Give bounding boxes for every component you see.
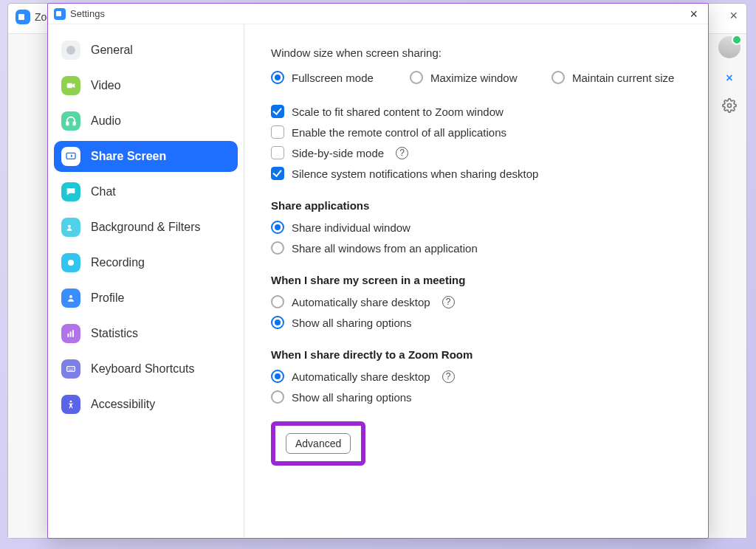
background-icon — [61, 218, 80, 237]
radio-meeting-show-options[interactable]: Show all sharing options — [271, 316, 681, 329]
radio-icon — [271, 221, 284, 234]
sidebar-item-background-filters[interactable]: Background & Filters — [54, 212, 238, 243]
window-size-radio-group: Fullscreen mode Maximize window Maintain… — [271, 71, 681, 92]
help-icon[interactable]: ? — [442, 370, 455, 383]
checkbox-remote-control[interactable]: Enable the remote control of all applica… — [271, 125, 681, 139]
window-size-label: Window size when screen sharing: — [271, 46, 681, 59]
svg-point-1 — [66, 46, 75, 55]
sidebar-item-audio[interactable]: Audio — [54, 106, 238, 137]
radio-label: Maximize window — [430, 72, 518, 84]
share-in-meeting-title: When I share my screen in a meeting — [271, 274, 681, 286]
sidebar-item-label: Recording — [91, 256, 145, 269]
settings-close-button[interactable]: × — [685, 7, 702, 21]
sidebar-item-chat[interactable]: Chat — [54, 176, 238, 207]
checkbox-icon — [271, 167, 284, 180]
radio-icon — [271, 370, 284, 383]
sidebar-item-statistics[interactable]: Statistics — [54, 318, 238, 349]
keyboard-icon — [61, 359, 80, 379]
share-applications-title: Share applications — [271, 199, 681, 212]
rail-close-icon[interactable]: × — [726, 72, 732, 85]
svg-point-13 — [69, 368, 69, 369]
help-icon[interactable]: ? — [396, 147, 408, 159]
share-screen-icon — [61, 147, 80, 166]
radio-icon — [271, 241, 284, 255]
svg-point-0 — [728, 104, 732, 108]
accessibility-icon — [61, 395, 80, 414]
radio-label: Maintain current size — [572, 72, 674, 84]
gear-icon — [61, 41, 80, 60]
video-icon — [61, 76, 80, 95]
radio-icon — [271, 71, 284, 84]
radio-maintain-current-size[interactable]: Maintain current size — [551, 71, 684, 84]
sidebar-item-accessibility[interactable]: Accessibility — [54, 389, 238, 420]
radio-maximize-window[interactable]: Maximize window — [410, 71, 551, 84]
checkbox-label: Enable the remote control of all applica… — [292, 126, 506, 139]
settings-content: Window size when screen sharing: Fullscr… — [244, 24, 708, 538]
radio-meeting-auto-share[interactable]: Automatically share desktop ? — [271, 295, 681, 308]
bg-close-button[interactable]: × — [729, 8, 738, 24]
checkbox-icon — [271, 105, 284, 118]
help-icon[interactable]: ? — [442, 296, 455, 308]
checkbox-label: Scale to fit shared content to Zoom wind… — [292, 106, 504, 118]
share-zoom-room-title: When I share directly to a Zoom Room — [271, 348, 681, 361]
avatar[interactable] — [718, 36, 740, 58]
settings-title: Settings — [70, 8, 105, 19]
settings-window: Settings × General Video Audio — [47, 3, 709, 539]
radio-label: Automatically share desktop — [292, 370, 430, 383]
checkbox-label: Side-by-side mode — [292, 147, 384, 159]
sidebar-item-keyboard-shortcuts[interactable]: Keyboard Shortcuts — [54, 353, 238, 384]
svg-rect-4 — [73, 122, 75, 125]
sidebar-item-label: Profile — [91, 291, 124, 305]
svg-point-7 — [68, 260, 74, 266]
sidebar-item-label: Audio — [91, 114, 121, 128]
radio-label: Share individual window — [292, 221, 410, 234]
radio-share-individual-window[interactable]: Share individual window — [271, 221, 681, 234]
sidebar-item-recording[interactable]: Recording — [54, 247, 238, 278]
svg-rect-3 — [66, 122, 69, 125]
checkbox-scale-to-fit[interactable]: Scale to fit shared content to Zoom wind… — [271, 105, 681, 118]
radio-label: Fullscreen mode — [292, 72, 374, 84]
right-rail: × — [715, 36, 743, 113]
sidebar-item-label: Share Screen — [91, 150, 166, 163]
sidebar-item-video[interactable]: Video — [54, 70, 238, 101]
sidebar-item-label: General — [91, 44, 133, 57]
advanced-button[interactable]: Advanced — [286, 433, 351, 454]
radio-zoom-room-show-options[interactable]: Show all sharing options — [271, 390, 681, 404]
radio-label: Show all sharing options — [292, 391, 412, 404]
sidebar-item-label: Chat — [91, 185, 116, 198]
radio-label: Share all windows from an application — [292, 242, 478, 255]
profile-icon — [61, 289, 80, 308]
radio-label: Show all sharing options — [292, 317, 412, 329]
sidebar-item-label: Background & Filters — [91, 221, 201, 234]
checkbox-icon — [271, 125, 284, 139]
sidebar-item-label: Video — [91, 79, 121, 92]
sidebar-item-label: Statistics — [91, 327, 138, 340]
sidebar-item-share-screen[interactable]: Share Screen — [54, 141, 238, 172]
radio-icon — [271, 316, 284, 329]
svg-point-17 — [70, 401, 72, 403]
radio-fullscreen-mode[interactable]: Fullscreen mode — [271, 71, 410, 84]
zoom-app-icon — [16, 10, 30, 24]
settings-titlebar: Settings × — [48, 4, 708, 24]
checkbox-side-by-side[interactable]: Side-by-side mode ? — [271, 146, 681, 159]
zoom-mini-icon — [54, 8, 66, 20]
gear-icon[interactable] — [722, 98, 737, 113]
radio-icon — [410, 71, 423, 84]
svg-rect-2 — [67, 83, 72, 89]
desktop: Zoo × × Settings × General — [0, 0, 756, 549]
checkbox-label: Silence system notifications when sharin… — [292, 168, 538, 180]
radio-label: Automatically share desktop — [292, 296, 430, 308]
checkbox-silence-notifications[interactable]: Silence system notifications when sharin… — [271, 167, 681, 180]
radio-share-all-windows[interactable]: Share all windows from an application — [271, 241, 681, 255]
chat-icon — [61, 182, 80, 201]
radio-zoom-room-auto-share[interactable]: Automatically share desktop ? — [271, 370, 681, 383]
sidebar-item-profile[interactable]: Profile — [54, 283, 238, 314]
svg-rect-10 — [70, 331, 72, 336]
sidebar-item-general[interactable]: General — [54, 35, 238, 66]
svg-point-14 — [70, 368, 71, 369]
svg-point-15 — [72, 368, 73, 369]
svg-rect-9 — [67, 334, 69, 337]
headphones-icon — [61, 111, 80, 131]
radio-icon — [271, 390, 284, 404]
advanced-highlight-box: Advanced — [271, 421, 365, 466]
